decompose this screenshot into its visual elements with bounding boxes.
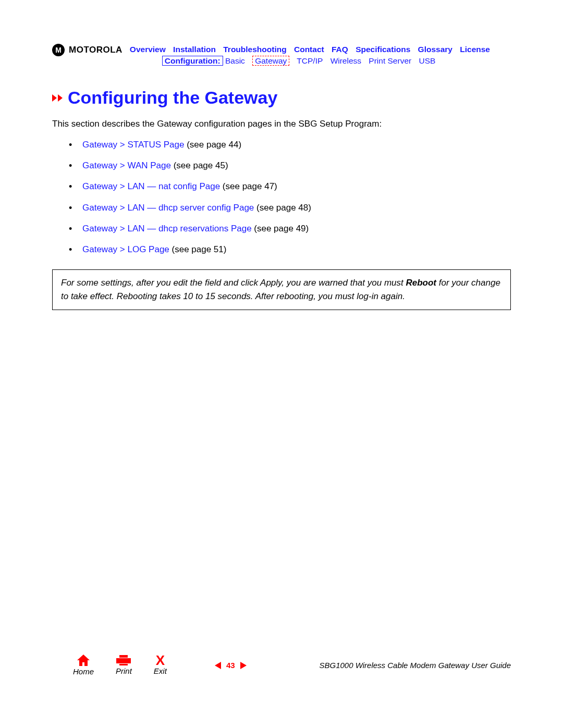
note-box: For some settings, after you edit the fi… bbox=[52, 269, 511, 311]
link-gateway-wan[interactable]: Gateway > WAN Page bbox=[82, 161, 171, 170]
chevron-right-icon bbox=[52, 94, 63, 102]
list-item: Gateway > LAN — dhcp reservations Page (… bbox=[52, 222, 511, 236]
nav-wireless[interactable]: Wireless bbox=[331, 56, 361, 65]
list-item: Gateway > LAN — nat config Page (see pag… bbox=[52, 180, 511, 193]
page-title-text: Configuring the Gateway bbox=[68, 88, 277, 108]
list-item: Gateway > STATUS Page (see page 44) bbox=[52, 138, 511, 152]
motorola-icon: M bbox=[52, 44, 65, 56]
list-item: Gateway > WAN Page (see page 45) bbox=[52, 159, 511, 172]
link-tail: (see page 44) bbox=[184, 140, 241, 150]
nav-usb[interactable]: USB bbox=[419, 56, 436, 65]
link-tail: (see page 51) bbox=[169, 244, 227, 254]
home-icon bbox=[77, 655, 90, 666]
link-gateway-status[interactable]: Gateway > STATUS Page bbox=[82, 140, 184, 150]
nav-glossary[interactable]: Glossary bbox=[418, 45, 452, 54]
print-icon bbox=[116, 655, 131, 665]
list-item: Gateway > LOG Page (see page 51) bbox=[52, 243, 511, 256]
home-label: Home bbox=[73, 667, 94, 676]
svg-rect-1 bbox=[119, 655, 128, 658]
brand-word: MOTOROLA bbox=[69, 45, 123, 55]
link-tail: (see page 47) bbox=[220, 181, 277, 191]
nav-contact[interactable]: Contact bbox=[294, 45, 324, 54]
next-page-button[interactable] bbox=[240, 662, 247, 669]
nav-overview[interactable]: Overview bbox=[130, 45, 166, 54]
nav-secondary: Configuration: Basic Gateway TCP/IP Wire… bbox=[130, 56, 511, 66]
link-gateway-lan-nat[interactable]: Gateway > LAN — nat config Page bbox=[82, 181, 220, 191]
page-title: Configuring the Gateway bbox=[52, 88, 511, 108]
list-item: Gateway > LAN — dhcp server config Page … bbox=[52, 201, 511, 215]
link-tail: (see page 48) bbox=[254, 203, 311, 213]
page-number: 43 bbox=[226, 661, 235, 670]
nav-faq[interactable]: FAQ bbox=[332, 45, 348, 54]
nav-printserver[interactable]: Print Server bbox=[369, 56, 411, 65]
link-gateway-lan-dhcp-res[interactable]: Gateway > LAN — dhcp reservations Page bbox=[82, 224, 252, 233]
nav-gateway[interactable]: Gateway bbox=[252, 56, 289, 66]
nav-configuration-current: Configuration: bbox=[162, 56, 223, 66]
nav-troubleshooting[interactable]: Troubleshooting bbox=[223, 45, 286, 54]
close-icon: X bbox=[156, 655, 165, 665]
link-gateway-lan-dhcp-server[interactable]: Gateway > LAN — dhcp server config Page bbox=[82, 203, 254, 213]
link-tail: (see page 49) bbox=[252, 224, 309, 233]
page-header: M MOTOROLA Overview Installation Trouble… bbox=[52, 45, 511, 66]
brand-logo: M MOTOROLA bbox=[52, 44, 123, 56]
svg-rect-0 bbox=[116, 658, 131, 663]
pager: 43 bbox=[215, 661, 247, 670]
nav-primary: Overview Installation Troubleshooting Co… bbox=[130, 45, 511, 54]
link-tail: (see page 45) bbox=[171, 161, 228, 170]
page-footer: Home Print X Exit 43 SBG1000 Wireless Ca… bbox=[0, 655, 563, 676]
home-button[interactable]: Home bbox=[73, 655, 94, 676]
svg-rect-2 bbox=[119, 664, 128, 665]
nav-license[interactable]: License bbox=[460, 45, 490, 54]
intro-text: This section describes the Gateway confi… bbox=[52, 117, 511, 131]
link-gateway-log[interactable]: Gateway > LOG Page bbox=[82, 244, 169, 254]
toc-links: Gateway > STATUS Page (see page 44) Gate… bbox=[52, 138, 511, 257]
print-button[interactable]: Print bbox=[116, 655, 132, 675]
prev-page-button[interactable] bbox=[215, 662, 221, 669]
nav-basic[interactable]: Basic bbox=[225, 56, 245, 65]
note-bold: Reboot bbox=[406, 278, 436, 288]
nav-specifications[interactable]: Specifications bbox=[356, 45, 410, 54]
nav-installation[interactable]: Installation bbox=[173, 45, 216, 54]
exit-button[interactable]: X Exit bbox=[154, 655, 167, 675]
print-label: Print bbox=[116, 667, 132, 675]
exit-label: Exit bbox=[154, 667, 167, 675]
nav-tcpip[interactable]: TCP/IP bbox=[297, 56, 323, 65]
document-title: SBG1000 Wireless Cable Modem Gateway Use… bbox=[319, 661, 511, 670]
note-pre: For some settings, after you edit the fi… bbox=[61, 278, 406, 288]
